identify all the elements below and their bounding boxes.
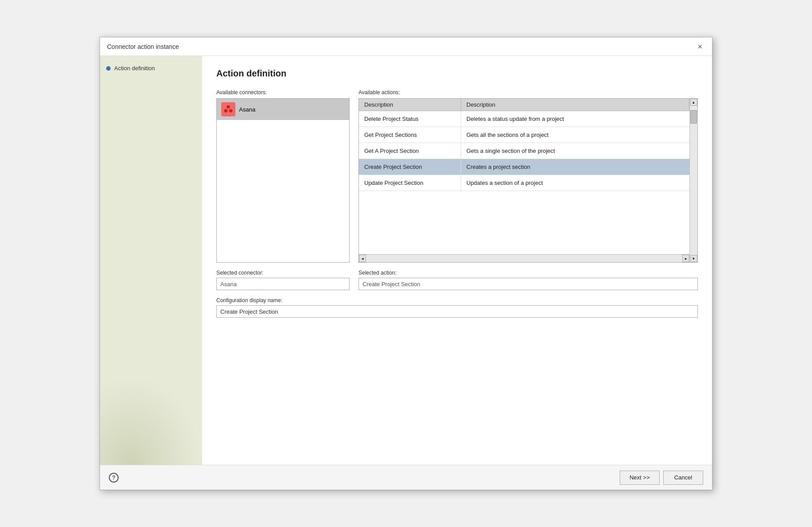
selected-action-label: Selected action: xyxy=(358,270,698,276)
table-inner: Description Description Delete Project S… xyxy=(359,99,689,262)
section-title: Action definition xyxy=(216,68,698,79)
config-display-name-input[interactable] xyxy=(216,305,698,318)
asana-logo-icon xyxy=(221,102,235,116)
action-name-2: Get A Project Section xyxy=(359,143,461,159)
col-header-desc: Description xyxy=(461,99,689,111)
sidebar-dot-icon xyxy=(106,66,111,71)
sidebar-item-label: Action definition xyxy=(114,65,155,72)
config-name-section: Configuration display name: xyxy=(216,297,698,318)
table-body[interactable]: Delete Project Status Deletes a status u… xyxy=(359,111,689,254)
connector-name: Asana xyxy=(239,106,255,113)
connectors-actions-row: Available connectors: Asana xyxy=(216,89,698,263)
action-desc-4: Updates a section of a project xyxy=(461,175,689,191)
scroll-thumb[interactable] xyxy=(690,110,697,124)
connector-list[interactable]: Asana xyxy=(216,98,350,263)
help-icon[interactable]: ? xyxy=(109,473,119,483)
action-name-4: Update Project Section xyxy=(359,175,461,191)
actions-column: Available actions: Description Descripti… xyxy=(358,89,698,263)
footer-left: ? xyxy=(109,473,119,483)
scroll-track xyxy=(690,106,697,255)
selected-action-group: Selected action: xyxy=(358,270,698,290)
action-row-2[interactable]: Get A Project Section Gets a single sect… xyxy=(359,143,689,159)
connectors-column: Available connectors: Asana xyxy=(216,89,350,263)
col-header-name: Description xyxy=(359,99,461,111)
next-button[interactable]: Next >> xyxy=(620,471,660,485)
footer-buttons: Next >> Cancel xyxy=(620,471,703,485)
sidebar: Action definition xyxy=(100,56,202,465)
table-header: Description Description xyxy=(359,99,689,111)
available-actions-label: Available actions: xyxy=(358,89,698,96)
horiz-scroll-track xyxy=(366,255,682,262)
dialog-footer: ? Next >> Cancel xyxy=(100,465,712,490)
action-name-3: Create Project Section xyxy=(359,159,461,175)
action-desc-1: Gets all the sections of a project xyxy=(461,127,689,143)
scroll-down-arrow[interactable]: ▾ xyxy=(690,255,697,262)
connector-asana[interactable]: Asana xyxy=(217,99,349,120)
title-bar: Connector action instance × xyxy=(100,37,712,56)
selected-row: Selected connector: Selected action: xyxy=(216,270,698,290)
available-connectors-label: Available connectors: xyxy=(216,89,350,96)
action-name-1: Get Project Sections xyxy=(359,127,461,143)
action-row-1[interactable]: Get Project Sections Gets all the sectio… xyxy=(359,127,689,143)
dialog-window: Connector action instance × Action defin… xyxy=(100,37,712,490)
dialog-body: Action definition Action definition Avai… xyxy=(100,56,712,465)
svg-point-1 xyxy=(224,109,228,112)
scroll-right-arrow[interactable]: ▸ xyxy=(682,255,689,262)
config-display-name-label: Configuration display name: xyxy=(216,297,698,303)
horizontal-scrollbar[interactable]: ◂ ▸ xyxy=(359,254,689,262)
table-with-scrollbar: Description Description Delete Project S… xyxy=(359,99,697,262)
scroll-left-arrow[interactable]: ◂ xyxy=(359,255,366,262)
dialog-title: Connector action instance xyxy=(107,43,179,50)
action-row-4[interactable]: Update Project Section Updates a section… xyxy=(359,175,689,191)
vertical-scrollbar[interactable]: ▴ ▾ xyxy=(689,99,697,262)
selected-connector-label: Selected connector: xyxy=(216,270,350,276)
selected-action-input[interactable] xyxy=(358,278,698,290)
svg-point-2 xyxy=(229,109,233,112)
action-row-0[interactable]: Delete Project Status Deletes a status u… xyxy=(359,111,689,127)
selected-connector-group: Selected connector: xyxy=(216,270,350,290)
sidebar-item-action-definition[interactable]: Action definition xyxy=(105,63,197,73)
action-name-0: Delete Project Status xyxy=(359,111,461,127)
action-row-3[interactable]: Create Project Section Creates a project… xyxy=(359,159,689,175)
action-desc-2: Gets a single section of the project xyxy=(461,143,689,159)
action-desc-0: Deletes a status update from a project xyxy=(461,111,689,127)
cancel-button[interactable]: Cancel xyxy=(663,471,703,485)
selected-connector-input[interactable] xyxy=(216,278,350,290)
action-desc-3: Creates a project section xyxy=(461,159,689,175)
scroll-up-arrow[interactable]: ▴ xyxy=(690,99,697,106)
svg-point-0 xyxy=(227,105,230,109)
close-button[interactable]: × xyxy=(695,42,705,52)
main-content: Action definition Available connectors: xyxy=(202,56,712,465)
actions-table-container: Description Description Delete Project S… xyxy=(358,98,698,263)
